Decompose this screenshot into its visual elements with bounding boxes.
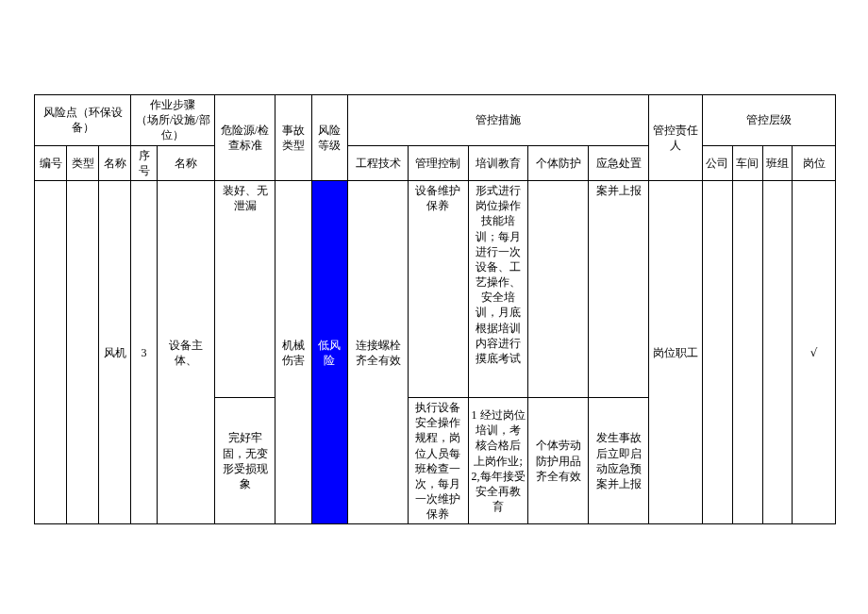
cell-emergency: 发生事故后立即启动应急预案并上报 bbox=[589, 397, 649, 524]
hdr-post: 岗位 bbox=[793, 145, 836, 180]
hdr-risk-point: 风险点（环保设备） bbox=[35, 95, 131, 146]
cell-step-name: 设备主体、 bbox=[157, 180, 214, 524]
cell-emergency: 案并上报 bbox=[589, 180, 649, 397]
hdr-name: 名称 bbox=[99, 145, 131, 180]
hdr-step-name: 名称 bbox=[157, 145, 214, 180]
hdr-team: 班组 bbox=[762, 145, 793, 180]
cell-accident-type: 机械伤害 bbox=[275, 180, 311, 524]
cell-risk-level: 低风险 bbox=[311, 180, 348, 524]
hdr-eng-tech: 工程技术 bbox=[348, 145, 409, 180]
hdr-id: 编号 bbox=[35, 145, 67, 180]
risk-table-container: 风险点（环保设备） 作业步骤 （场所/设施/部位） 危险源/检查标准 事故类型 … bbox=[34, 94, 836, 524]
risk-assessment-table: 风险点（环保设备） 作业步骤 （场所/设施/部位） 危险源/检查标准 事故类型 … bbox=[34, 94, 836, 524]
hdr-accident-type: 事故类型 bbox=[275, 95, 311, 181]
hdr-work-step: 作业步骤 （场所/设施/部位） bbox=[131, 95, 215, 146]
cell-seq: 3 bbox=[131, 180, 157, 524]
hdr-control-level: 管控层级 bbox=[702, 95, 835, 146]
cell-training: 1 经过岗位培训，考核合格后上岗作业; 2,每年接受安全再教育 bbox=[468, 397, 528, 524]
cell-ppe bbox=[528, 180, 589, 397]
cell-workshop bbox=[732, 180, 762, 524]
cell-type bbox=[67, 180, 99, 524]
cell-eng-tech: 连接螺栓齐全有效 bbox=[348, 180, 409, 524]
hdr-type: 类型 bbox=[67, 145, 99, 180]
hdr-training: 培训教育 bbox=[468, 145, 528, 180]
hdr-control-person: 管控责任人 bbox=[648, 95, 702, 181]
cell-mgmt-ctrl: 执行设备安全操作规程，岗位人员每班检查一次，每月一次维护保养 bbox=[408, 397, 468, 524]
cell-person: 岗位职工 bbox=[648, 180, 702, 524]
cell-id bbox=[35, 180, 67, 524]
cell-training: 形式进行岗位操作技能培训；每月进行一次设备、工艺操作、安全培训，月底根据培训内容… bbox=[468, 180, 528, 397]
hdr-risk-level: 风险等级 bbox=[311, 95, 348, 181]
cell-ppe: 个体劳动防护用品齐全有效 bbox=[528, 397, 589, 524]
hdr-emergency: 应急处置 bbox=[589, 145, 649, 180]
hdr-mgmt-ctrl: 管理控制 bbox=[408, 145, 468, 180]
cell-hazard: 装好、无泄漏 bbox=[215, 180, 275, 397]
hdr-seq: 序号 bbox=[131, 145, 157, 180]
header-row-1: 风险点（环保设备） 作业步骤 （场所/设施/部位） 危险源/检查标准 事故类型 … bbox=[35, 95, 836, 146]
table-row: 风机 3 设备主体、 装好、无泄漏 机械伤害 低风险 连接螺栓齐全有效 设备维护… bbox=[35, 180, 836, 397]
cell-team bbox=[762, 180, 793, 524]
hdr-hazard: 危险源/检查标准 bbox=[215, 95, 275, 181]
cell-company bbox=[702, 180, 732, 524]
hdr-company: 公司 bbox=[702, 145, 732, 180]
cell-mgmt-ctrl: 设备维护保养 bbox=[408, 180, 468, 397]
hdr-control-measures: 管控措施 bbox=[348, 95, 649, 146]
hdr-ppe: 个体防护 bbox=[528, 145, 589, 180]
cell-hazard: 完好牢固，无变形受损现象 bbox=[215, 397, 275, 524]
header-row-2: 编号 类型 名称 序号 名称 工程技术 管理控制 培训教育 个体防护 应急处置 … bbox=[35, 145, 836, 180]
cell-post: √ bbox=[793, 180, 836, 524]
hdr-workshop: 车间 bbox=[732, 145, 762, 180]
cell-name: 风机 bbox=[99, 180, 131, 524]
